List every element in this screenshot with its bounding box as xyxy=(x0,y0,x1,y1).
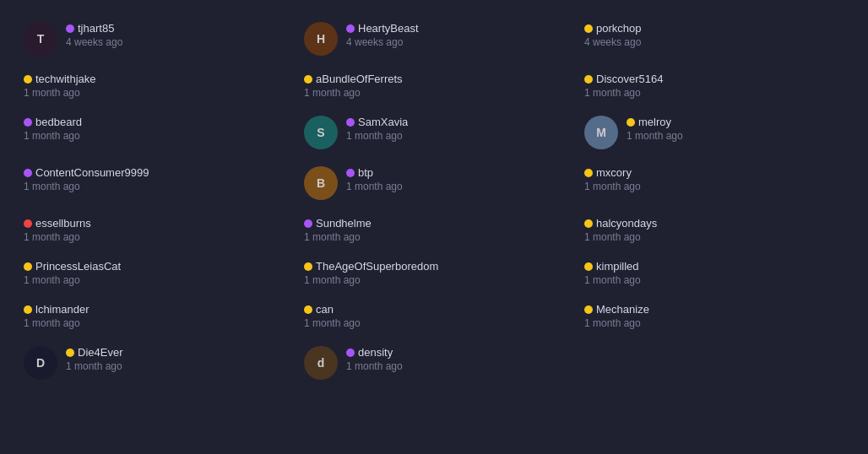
user-info-mechanize: Mechanize 1 month ago xyxy=(584,303,649,329)
user-item-mechanize[interactable]: Mechanize 1 month ago xyxy=(574,295,854,338)
user-item-melroy[interactable]: M melroy 1 month ago xyxy=(574,107,854,158)
user-item-heartybeast[interactable]: H HeartyBeast 4 weeks ago xyxy=(294,14,574,64)
username-bedbeard: bedbeard xyxy=(35,116,82,128)
user-item-mxcory[interactable]: mxcory 1 month ago xyxy=(574,158,854,208)
username-sundhelme: Sundhelme xyxy=(316,217,372,230)
user-item-sundhelme[interactable]: Sundhelme 1 month ago xyxy=(294,208,574,251)
user-item-density[interactable]: d density 1 month ago xyxy=(294,338,574,388)
status-dot-discover5164 xyxy=(584,75,593,84)
username-row-mechanize: Mechanize xyxy=(584,303,649,316)
time-ago-btp: 1 month ago xyxy=(346,181,403,192)
username-row-mxcory: mxcory xyxy=(584,166,641,179)
user-item-theageofsuperboredom[interactable]: TheAgeOfSuperboredom 1 month ago xyxy=(294,251,574,295)
user-item-essellburns[interactable]: essellburns 1 month ago xyxy=(14,208,294,251)
username-row-halcyondays: halcyondays xyxy=(584,217,657,230)
user-item-contentconsumer9999[interactable]: ContentConsumer9999 1 month ago xyxy=(14,158,294,208)
status-dot-sundhelme xyxy=(304,219,312,228)
username-row-tjhart85: tjhart85 xyxy=(66,22,122,35)
username-row-contentconsumer9999: ContentConsumer9999 xyxy=(24,166,149,179)
avatar-btp: B xyxy=(304,166,338,200)
username-row-theageofsuperboredom: TheAgeOfSuperboredom xyxy=(304,260,438,273)
username-row-sundhelme: Sundhelme xyxy=(304,217,372,230)
avatar-samxavia: S xyxy=(304,116,338,149)
time-ago-melroy: 1 month ago xyxy=(627,130,683,142)
user-item-halcyondays[interactable]: halcyondays 1 month ago xyxy=(574,208,854,251)
time-ago-mxcory: 1 month ago xyxy=(584,181,641,192)
time-ago-lchimander: 1 month ago xyxy=(24,317,90,329)
username-row-die4ever: Die4Ever xyxy=(66,346,122,359)
username-kimpilled: kimpilled xyxy=(596,260,639,273)
user-item-discover5164[interactable]: Discover5164 1 month ago xyxy=(574,64,854,107)
user-item-die4ever[interactable]: D Die4Ever 1 month ago xyxy=(14,338,294,388)
user-info-techwithjake: techwithjake 1 month ago xyxy=(24,73,96,99)
username-porkchop: porkchop xyxy=(596,22,641,35)
status-dot-lchimander xyxy=(24,305,32,314)
avatar-die4ever: D xyxy=(24,346,57,380)
user-info-halcyondays: halcyondays 1 month ago xyxy=(584,217,657,243)
user-info-melroy: melroy 1 month ago xyxy=(627,116,683,142)
user-info-porkchop: porkchop 4 weeks ago xyxy=(584,22,641,48)
username-lchimander: lchimander xyxy=(35,303,90,316)
time-ago-halcyondays: 1 month ago xyxy=(584,231,657,243)
user-item-can[interactable]: can 1 month ago xyxy=(294,295,574,338)
time-ago-porkchop: 4 weeks ago xyxy=(584,36,641,48)
username-can: can xyxy=(316,303,334,316)
username-density: density xyxy=(358,346,393,359)
username-mxcory: mxcory xyxy=(596,166,632,179)
status-dot-density xyxy=(346,349,355,357)
username-contentconsumer9999: ContentConsumer9999 xyxy=(35,166,149,179)
status-dot-samxavia xyxy=(346,118,355,127)
username-princessleiastcat: PrincessLeiasCat xyxy=(35,260,121,273)
username-row-porkchop: porkchop xyxy=(584,22,641,35)
username-essellburns: essellburns xyxy=(35,217,91,230)
username-row-melroy: melroy xyxy=(627,116,683,128)
username-heartybeast: HeartyBeast xyxy=(358,22,419,35)
status-dot-can xyxy=(304,305,312,314)
username-row-density: density xyxy=(346,346,403,359)
username-discover5164: Discover5164 xyxy=(596,73,664,85)
status-dot-abundleofferrets xyxy=(304,75,312,84)
user-item-samxavia[interactable]: S SamXavia 1 month ago xyxy=(294,107,574,158)
user-info-can: can 1 month ago xyxy=(304,303,361,329)
user-info-die4ever: Die4Ever 1 month ago xyxy=(66,346,122,372)
user-item-lchimander[interactable]: lchimander 1 month ago xyxy=(14,295,294,338)
time-ago-mechanize: 1 month ago xyxy=(584,317,649,329)
status-dot-porkchop xyxy=(584,24,593,33)
user-item-tjhart85[interactable]: T tjhart85 4 weeks ago xyxy=(14,14,294,64)
user-item-princessleiastcat[interactable]: PrincessLeiasCat 1 month ago xyxy=(14,251,294,295)
status-dot-tjhart85 xyxy=(66,24,74,33)
user-info-discover5164: Discover5164 1 month ago xyxy=(584,73,664,99)
username-row-lchimander: lchimander xyxy=(24,303,90,316)
status-dot-bedbeard xyxy=(24,118,32,127)
user-info-samxavia: SamXavia 1 month ago xyxy=(346,116,408,142)
username-row-techwithjake: techwithjake xyxy=(24,73,96,85)
time-ago-bedbeard: 1 month ago xyxy=(24,130,82,142)
username-theageofsuperboredom: TheAgeOfSuperboredom xyxy=(316,260,438,273)
user-info-bedbeard: bedbeard 1 month ago xyxy=(24,116,82,142)
user-info-heartybeast: HeartyBeast 4 weeks ago xyxy=(346,22,419,48)
user-item-kimpilled[interactable]: kimpilled 1 month ago xyxy=(574,251,854,295)
status-dot-die4ever xyxy=(66,349,74,357)
user-item-bedbeard[interactable]: bedbeard 1 month ago xyxy=(14,107,294,158)
username-tjhart85: tjhart85 xyxy=(78,22,114,35)
time-ago-princessleiastcat: 1 month ago xyxy=(24,274,121,286)
time-ago-contentconsumer9999: 1 month ago xyxy=(24,181,149,192)
avatar-heartybeast: H xyxy=(304,22,338,56)
time-ago-density: 1 month ago xyxy=(346,360,403,372)
user-item-techwithjake[interactable]: techwithjake 1 month ago xyxy=(14,64,294,107)
user-item-porkchop[interactable]: porkchop 4 weeks ago xyxy=(574,14,854,64)
username-samxavia: SamXavia xyxy=(358,116,408,128)
username-row-btp: btp xyxy=(346,166,403,179)
username-row-princessleiastcat: PrincessLeiasCat xyxy=(24,260,121,273)
user-info-lchimander: lchimander 1 month ago xyxy=(24,303,90,329)
user-item-abundleofferrets[interactable]: aBundleOfFerrets 1 month ago xyxy=(294,64,574,107)
status-dot-kimpilled xyxy=(584,262,593,271)
status-dot-melroy xyxy=(627,118,635,127)
user-info-sundhelme: Sundhelme 1 month ago xyxy=(304,217,372,243)
avatar-density: d xyxy=(304,346,338,380)
status-dot-halcyondays xyxy=(584,219,593,228)
user-item-btp[interactable]: B btp 1 month ago xyxy=(294,158,574,208)
status-dot-mechanize xyxy=(584,305,593,314)
user-info-mxcory: mxcory 1 month ago xyxy=(584,166,641,192)
username-row-kimpilled: kimpilled xyxy=(584,260,641,273)
